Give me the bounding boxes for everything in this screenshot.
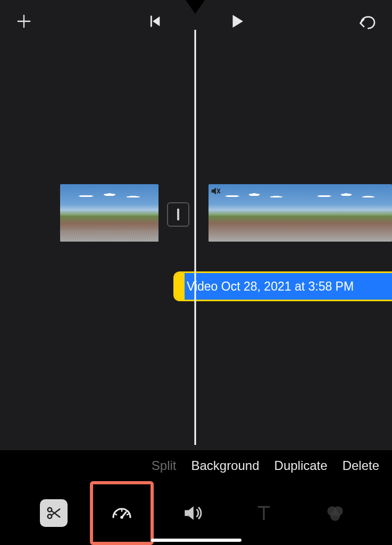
timeline[interactable]: Video Oct 28, 2021 at 3:58 PM [0, 43, 392, 444]
text-icon [253, 502, 274, 524]
annotation-highlight [90, 481, 154, 545]
clip-context-menu: Split Background Duplicate Delete [0, 450, 392, 481]
volume-tool[interactable] [176, 496, 210, 530]
transition-icon [177, 209, 179, 220]
go-to-start-button[interactable] [146, 13, 163, 30]
clip-label-text: Video Oct 28, 2021 at 3:58 PM [187, 279, 354, 294]
clip-handle-left[interactable] [175, 273, 185, 300]
playhead-marker[interactable] [186, 0, 205, 14]
playback-controls [146, 12, 246, 31]
svg-point-5 [330, 511, 340, 521]
transition-block[interactable] [167, 202, 189, 227]
clip-thumbnail-2[interactable] [208, 184, 392, 242]
home-indicator[interactable] [151, 539, 241, 542]
mute-icon [210, 185, 221, 199]
background-action[interactable]: Background [191, 458, 259, 473]
duplicate-action[interactable]: Duplicate [274, 458, 328, 473]
video-editor: Video Oct 28, 2021 at 3:58 PM Split Back… [0, 0, 392, 545]
speed-tool-wrap [105, 496, 139, 530]
scissors-icon [46, 505, 62, 521]
add-media-button[interactable] [15, 12, 33, 30]
undo-button[interactable] [356, 11, 377, 32]
filters-tool[interactable] [318, 496, 352, 530]
delete-action[interactable]: Delete [343, 458, 379, 473]
selected-clip-label[interactable]: Video Oct 28, 2021 at 3:58 PM [173, 271, 392, 301]
titles-tool[interactable] [247, 496, 281, 530]
split-action: Split [152, 458, 177, 473]
add-icon [15, 12, 33, 30]
volume-icon [181, 501, 204, 525]
playhead-line[interactable] [195, 30, 196, 445]
clip-thumbnail-1[interactable] [60, 184, 159, 242]
undo-icon [356, 11, 377, 32]
play-icon [227, 12, 246, 31]
actions-tool[interactable] [40, 499, 68, 527]
filters-icon [323, 501, 347, 525]
edit-tools-row [0, 481, 392, 545]
play-button[interactable] [227, 12, 246, 31]
previous-icon [146, 13, 163, 30]
